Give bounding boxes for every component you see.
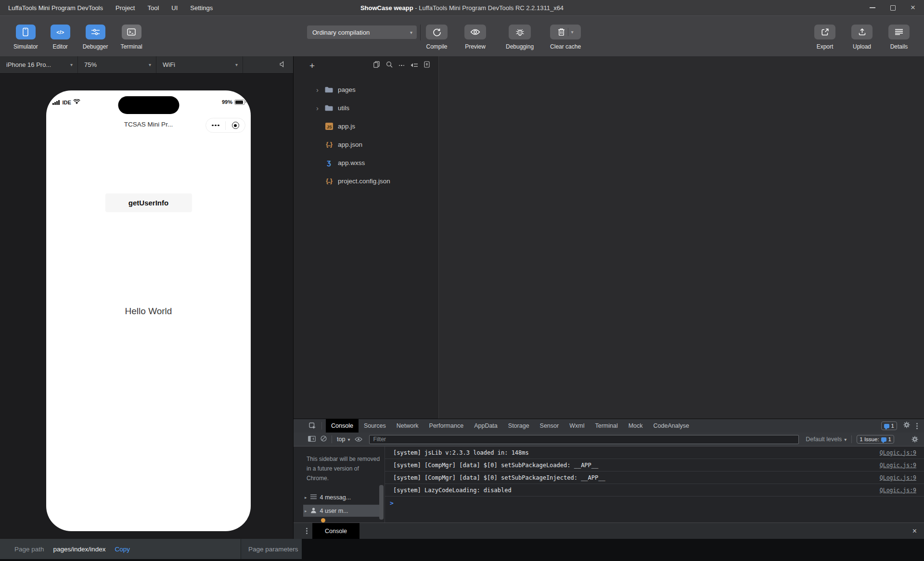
upload-button[interactable]: Upload <box>851 25 873 50</box>
zoom-select[interactable]: 75% ▾ <box>78 56 156 73</box>
tree-item-project-config[interactable]: {..} project.config.json <box>294 172 438 190</box>
tab-terminal[interactable]: Terminal <box>590 419 623 433</box>
menu-tool[interactable]: Tool <box>147 4 159 12</box>
preview-button[interactable]: Preview <box>464 25 486 50</box>
context-selector[interactable]: top ▾ <box>337 436 350 443</box>
export-button[interactable]: Export <box>814 25 835 50</box>
getuserinfo-button[interactable]: getUserInfo <box>105 193 192 212</box>
simulator-panel: iPhone 16 Pro... ▾ 75% ▾ WiFi ▾ <box>0 56 294 539</box>
issue-counter[interactable]: 1 Issue: 1 <box>857 435 894 444</box>
tab-appdata[interactable]: AppData <box>469 419 503 433</box>
close-button[interactable]: × <box>903 0 923 15</box>
menu-settings[interactable]: Settings <box>190 4 213 12</box>
compile-button[interactable]: Compile <box>426 25 448 50</box>
kebab-menu-icon[interactable] <box>306 530 308 532</box>
signal-icon <box>52 100 60 105</box>
details-button[interactable]: Details <box>888 25 910 50</box>
minimize-button[interactable] <box>862 0 883 15</box>
toggle-panel-icon[interactable] <box>424 61 430 70</box>
tab-console[interactable]: Console <box>326 419 359 433</box>
triangle-right-icon: ▸ <box>305 495 307 500</box>
preview-label: Preview <box>465 43 486 50</box>
file-name: app.wxss <box>338 159 365 166</box>
tree-item-utils[interactable]: › utils <box>294 99 438 117</box>
device-select[interactable]: iPhone 16 Pro... ▾ <box>0 56 78 73</box>
source-link[interactable]: QLogic.js:9 <box>880 487 916 494</box>
more-icon[interactable] <box>399 65 405 66</box>
tab-storage[interactable]: Storage <box>503 419 535 433</box>
add-file-icon[interactable]: + <box>309 61 315 70</box>
network-select[interactable]: WiFi ▾ <box>156 56 243 73</box>
sidebar-group-messages[interactable]: ▸ 4 messag... <box>303 491 383 503</box>
collapse-all-icon[interactable] <box>411 61 418 70</box>
editor-button[interactable]: </> Editor <box>51 25 70 50</box>
more-menu-button[interactable] <box>206 125 225 127</box>
close-miniprogram-button[interactable] <box>226 122 245 129</box>
code-icon: </> <box>51 25 70 39</box>
console-prompt[interactable]: > <box>385 497 924 509</box>
tab-sources[interactable]: Sources <box>359 419 391 433</box>
console-message-row[interactable]: [system] LazyCodeLoading: disabled QLogi… <box>385 484 924 497</box>
console-settings[interactable] <box>911 436 918 443</box>
tree-item-pages[interactable]: › pages <box>294 80 438 99</box>
console-message-row[interactable]: [system] [CompMgr] [data] $[0] setSubPac… <box>385 459 924 472</box>
copy-icon[interactable] <box>373 61 380 70</box>
menu-project[interactable]: Project <box>116 4 135 12</box>
filter-input[interactable] <box>369 435 799 444</box>
tab-mock[interactable]: Mock <box>623 419 648 433</box>
console-messages: [system] jsLib v:2.3.3 loaded in: 148ms … <box>385 446 924 523</box>
wxss-file-icon: ʒ <box>324 159 334 166</box>
gear-icon[interactable] <box>903 421 910 430</box>
simulator-button[interactable]: Simulator <box>13 25 38 50</box>
close-drawer-icon[interactable]: × <box>912 527 917 535</box>
console-message-row[interactable]: [system] [CompMgr] [data] $[0] setSubPac… <box>385 472 924 484</box>
source-link[interactable]: QLogic.js:9 <box>880 462 916 469</box>
compile-mode-select[interactable]: Ordinary compilation ▾ <box>307 26 417 39</box>
debugger-button[interactable]: Debugger <box>83 25 108 50</box>
clear-cache-label: Clear cache <box>550 43 581 50</box>
editor-empty-area[interactable] <box>439 56 924 419</box>
tab-network[interactable]: Network <box>391 419 424 433</box>
drawer-tab-console[interactable]: Console <box>312 523 359 539</box>
console-message-row[interactable]: [system] jsLib v:2.3.3 loaded in: 148ms … <box>385 446 924 459</box>
clear-cache-button[interactable]: ▾ Clear cache <box>550 25 581 50</box>
tree-item-app-js[interactable]: JS app.js <box>294 117 438 135</box>
sidebar-group-user-messages[interactable]: ▸ 4 user m... <box>303 505 383 517</box>
sound-section <box>243 56 293 73</box>
toolbar-right-group: Export Upload Details <box>814 25 910 50</box>
sidebar-scrollbar[interactable] <box>379 485 384 520</box>
file-name: app.json <box>338 141 362 148</box>
menu-app-name[interactable]: LuffaTools Mini Program DevTools <box>8 4 103 12</box>
tab-performance[interactable]: Performance <box>424 419 469 433</box>
tree-item-app-json[interactable]: {..} app.json <box>294 135 438 153</box>
search-icon[interactable] <box>386 61 393 70</box>
copy-link[interactable]: Copy <box>115 546 130 553</box>
issues-badge[interactable]: 1 <box>881 421 897 430</box>
terminal-button[interactable]: Terminal <box>120 25 142 50</box>
source-link[interactable]: QLogic.js:9 <box>880 474 916 481</box>
tree-item-app-wxss[interactable]: ʒ app.wxss <box>294 153 438 172</box>
window-title-project: ShowCase weapp <box>360 4 413 12</box>
folder-icon <box>324 87 334 93</box>
file-name: utils <box>338 104 349 112</box>
toggle-sidebar-icon[interactable] <box>308 435 316 444</box>
tab-sensor[interactable]: Sensor <box>535 419 565 433</box>
maximize-button[interactable] <box>883 0 903 15</box>
zoom-select-value: 75% <box>84 61 97 68</box>
clear-console-icon[interactable] <box>321 435 327 444</box>
chevron-right-icon[interactable]: › <box>316 104 324 112</box>
chevron-right-icon[interactable]: › <box>316 86 324 93</box>
menu-ui[interactable]: UI <box>171 4 178 12</box>
compile-mode-value: Ordinary compilation <box>312 29 370 36</box>
tab-wxml[interactable]: Wxml <box>564 419 590 433</box>
tab-codeanalyse[interactable]: CodeAnalyse <box>648 419 694 433</box>
speaker-icon[interactable] <box>280 61 286 69</box>
log-levels-select[interactable]: Default levels ▾ <box>806 436 847 443</box>
json-file-icon: {..} <box>324 141 334 148</box>
live-expression-eye-icon[interactable] <box>355 435 362 444</box>
source-link[interactable]: QLogic.js:9 <box>880 449 916 456</box>
kebab-menu-icon[interactable] <box>916 425 918 427</box>
debugging-button[interactable]: Debugging <box>506 25 534 50</box>
inspect-element-icon[interactable] <box>308 422 317 430</box>
triangle-right-icon: ▸ <box>305 509 307 513</box>
